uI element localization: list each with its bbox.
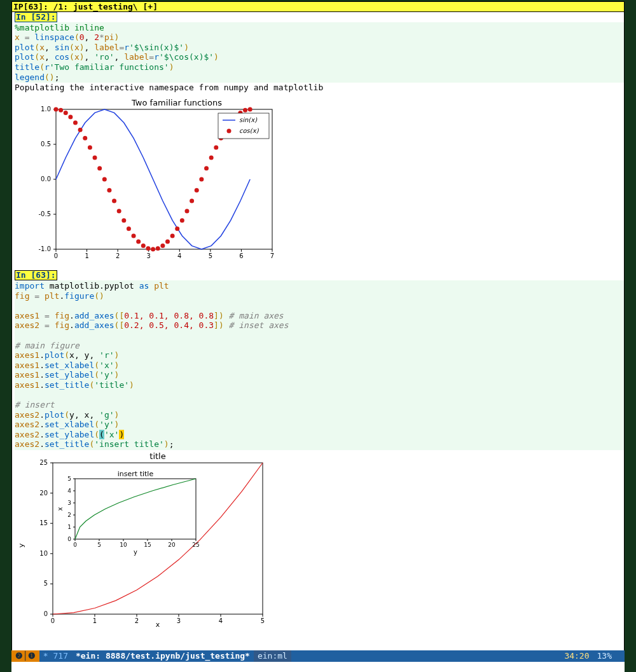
scroll-percent: 13% [593, 650, 616, 662]
svg-text:3: 3 [67, 500, 71, 506]
svg-point-55 [184, 209, 189, 213]
major-mode[interactable]: ein:ml [254, 650, 291, 662]
svg-point-31 [68, 114, 73, 119]
svg-point-41 [117, 209, 121, 213]
stdout-cell-52: Populating the interactive namespace fro… [15, 83, 624, 93]
svg-point-51 [165, 239, 170, 243]
svg-text:0: 0 [44, 610, 48, 617]
svg-point-68 [248, 107, 252, 111]
svg-point-38 [102, 177, 107, 181]
svg-point-48 [151, 247, 155, 251]
svg-text:20: 20 [168, 542, 176, 548]
svg-text:25: 25 [192, 542, 199, 548]
svg-point-50 [160, 243, 165, 248]
tab-bar[interactable]: IP[63]: /1: just_testing\ [+] [12, 2, 624, 12]
svg-text:1: 1 [85, 252, 88, 259]
svg-point-58 [199, 177, 204, 181]
svg-text:5: 5 [67, 476, 71, 482]
svg-text:3: 3 [147, 252, 151, 259]
svg-text:15: 15 [39, 519, 48, 526]
svg-text:-0.5: -0.5 [38, 210, 51, 217]
svg-point-40 [112, 198, 116, 203]
svg-point-36 [93, 155, 97, 160]
svg-rect-100 [75, 479, 196, 539]
svg-text:10: 10 [120, 542, 127, 548]
svg-text:2: 2 [116, 252, 120, 259]
svg-point-54 [180, 218, 184, 223]
svg-text:y: y [134, 549, 137, 556]
svg-text:y: y [17, 543, 25, 547]
svg-point-39 [107, 188, 111, 192]
svg-text:5: 5 [97, 542, 101, 548]
svg-point-53 [175, 226, 179, 231]
svg-point-47 [146, 246, 150, 250]
svg-text:title: title [149, 451, 165, 461]
code-cell-52[interactable]: %matplotlib inline x = linspace(0, 2*pi)… [15, 22, 624, 83]
svg-text:2: 2 [67, 512, 71, 518]
svg-text:insert title: insert title [118, 470, 154, 478]
code-cell-63[interactable]: import matplotlib.pyplot as plt fig = pl… [15, 280, 624, 450]
svg-point-72 [227, 128, 232, 133]
buffer-name[interactable]: *ein: 8888/test.ipynb/just_testing* [72, 650, 254, 662]
svg-point-33 [78, 127, 83, 132]
svg-point-46 [141, 243, 146, 248]
svg-text:1: 1 [93, 617, 97, 624]
editor-window: IP[63]: /1: just_testing\ [+] In [52]: %… [11, 1, 625, 653]
mode-line: ❷│❶ * 717 *ein: 8888/test.ipynb/just_tes… [11, 650, 625, 662]
svg-text:5: 5 [44, 580, 48, 587]
svg-text:0.5: 0.5 [41, 141, 51, 147]
svg-point-29 [59, 108, 63, 113]
svg-text:0.0: 0.0 [41, 175, 51, 182]
cursor-primary: ) [119, 430, 124, 439]
svg-point-59 [204, 166, 209, 170]
svg-text:-1.0: -1.0 [38, 245, 51, 252]
svg-text:5: 5 [209, 252, 212, 259]
svg-text:10: 10 [39, 550, 48, 557]
svg-text:0: 0 [67, 536, 71, 542]
svg-point-56 [190, 198, 194, 203]
svg-text:6: 6 [239, 252, 243, 259]
svg-text:25: 25 [39, 459, 48, 466]
svg-text:4: 4 [67, 488, 71, 494]
svg-text:1: 1 [67, 524, 71, 530]
svg-text:3: 3 [177, 617, 181, 624]
modified-indicator: * 717 [39, 650, 72, 662]
svg-text:0: 0 [73, 542, 77, 548]
svg-point-35 [88, 145, 92, 149]
svg-point-67 [243, 108, 247, 113]
svg-text:cos(x): cos(x) [239, 127, 259, 134]
svg-point-45 [136, 239, 141, 243]
svg-point-34 [83, 136, 87, 141]
svg-text:4: 4 [177, 252, 181, 259]
svg-text:0: 0 [54, 252, 58, 259]
svg-text:4: 4 [219, 617, 223, 624]
window-indicator: ❷│❶ [11, 650, 39, 662]
svg-point-32 [73, 120, 78, 125]
svg-text:2: 2 [135, 617, 139, 624]
svg-text:5: 5 [261, 617, 265, 624]
notebook-content[interactable]: In [52]: %matplotlib inline x = linspace… [12, 12, 624, 652]
input-prompt-63: In [63]: [15, 270, 624, 280]
minibuffer[interactable] [11, 662, 625, 672]
svg-point-61 [214, 145, 218, 149]
cursor-secondary: ( [99, 430, 104, 439]
svg-text:sin(x): sin(x) [239, 116, 258, 123]
plot-output-52: Two familiar functions 01234567-1.0-0.50… [21, 97, 624, 264]
chart-two-familiar-functions: Two familiar functions 01234567-1.0-0.50… [21, 97, 275, 262]
svg-point-42 [121, 218, 126, 223]
svg-point-30 [64, 111, 68, 115]
svg-text:0: 0 [51, 617, 55, 624]
plot-output-63: title 0123450510152025 insert title05101… [15, 450, 624, 631]
input-prompt-52: In [52]: [15, 12, 624, 22]
svg-point-60 [209, 155, 214, 160]
svg-text:Two familiar functions: Two familiar functions [131, 98, 222, 107]
svg-point-28 [54, 107, 59, 111]
svg-point-49 [156, 246, 160, 250]
svg-point-57 [195, 188, 199, 192]
svg-point-52 [170, 233, 175, 238]
svg-text:7: 7 [270, 252, 274, 259]
chart-title-with-inset: title 0123450510152025 insert title05101… [15, 450, 269, 628]
svg-text:20: 20 [39, 490, 48, 497]
svg-text:15: 15 [144, 542, 151, 548]
cursor-position: 34:20 [560, 650, 593, 662]
